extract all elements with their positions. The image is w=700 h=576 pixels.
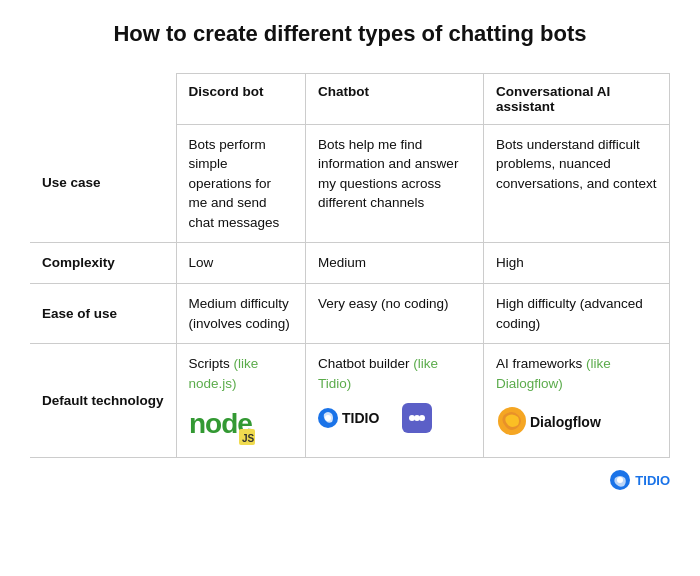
svg-text:TIDIO: TIDIO bbox=[342, 410, 379, 426]
comparison-table: Discord bot Chatbot Conversational AI as… bbox=[30, 73, 670, 459]
table-row: Default technology Scripts (like node.js… bbox=[30, 344, 670, 458]
tidio-logos-area: TIDIO bbox=[318, 403, 471, 433]
cell-usecase-discord: Bots perform simple operations for me an… bbox=[176, 124, 306, 243]
cell-tech-discord: Scripts (like node.js) node JS bbox=[176, 344, 306, 458]
page-title: How to create different types of chattin… bbox=[30, 20, 670, 49]
cell-easeofuse-ai: High difficulty (advanced coding) bbox=[483, 283, 669, 343]
col-header-empty bbox=[30, 73, 176, 124]
cell-usecase-ai: Bots understand difficult problems, nuan… bbox=[483, 124, 669, 243]
cell-tech-ai: AI frameworks (like Dialogflow) Dialogfl… bbox=[483, 344, 669, 458]
svg-point-4 bbox=[325, 415, 331, 421]
cell-tech-chatbot: Chatbot builder (like Tidio) TIDIO bbox=[306, 344, 484, 458]
row-label-tech: Default technology bbox=[30, 344, 176, 458]
table-row: Ease of use Medium difficulty (involves … bbox=[30, 283, 670, 343]
footer-brand: TIDIO bbox=[610, 470, 670, 490]
tidio-brand-icon: TIDIO bbox=[318, 404, 396, 432]
cell-complexity-discord: Low bbox=[176, 243, 306, 284]
nodejs-logo-area: node JS bbox=[189, 403, 294, 447]
row-label-easeofuse: Ease of use bbox=[30, 283, 176, 343]
chatbot-tech-prefix: Chatbot builder bbox=[318, 356, 413, 371]
chat-app-icon bbox=[402, 403, 432, 433]
col-header-chatbot: Chatbot bbox=[306, 73, 484, 124]
svg-text:Dialogflow: Dialogflow bbox=[530, 414, 601, 430]
cell-easeofuse-discord: Medium difficulty (involves coding) bbox=[176, 283, 306, 343]
col-header-discord: Discord bot bbox=[176, 73, 306, 124]
cell-complexity-ai: High bbox=[483, 243, 669, 284]
nodejs-logo-icon: node JS bbox=[189, 403, 261, 447]
footer-brand-label: TIDIO bbox=[635, 473, 670, 488]
dialogflow-logo-icon: Dialogflow bbox=[496, 403, 626, 439]
row-label-usecase: Use case bbox=[30, 124, 176, 243]
discord-tech-prefix: Scripts bbox=[189, 356, 234, 371]
col-header-ai: Conversational AI assistant bbox=[483, 73, 669, 124]
cell-complexity-chatbot: Medium bbox=[306, 243, 484, 284]
cell-usecase-chatbot: Bots help me find information and answer… bbox=[306, 124, 484, 243]
svg-point-13 bbox=[617, 477, 623, 483]
table-row: Complexity Low Medium High bbox=[30, 243, 670, 284]
footer-tidio-icon bbox=[610, 470, 630, 490]
dialogflow-logo-area: Dialogflow bbox=[496, 403, 657, 445]
svg-point-9 bbox=[419, 415, 425, 421]
cell-easeofuse-chatbot: Very easy (no coding) bbox=[306, 283, 484, 343]
page-footer: TIDIO bbox=[30, 470, 670, 490]
svg-text:JS: JS bbox=[242, 433, 255, 444]
row-label-complexity: Complexity bbox=[30, 243, 176, 284]
ai-tech-prefix: AI frameworks bbox=[496, 356, 586, 371]
table-row: Use case Bots perform simple operations … bbox=[30, 124, 670, 243]
